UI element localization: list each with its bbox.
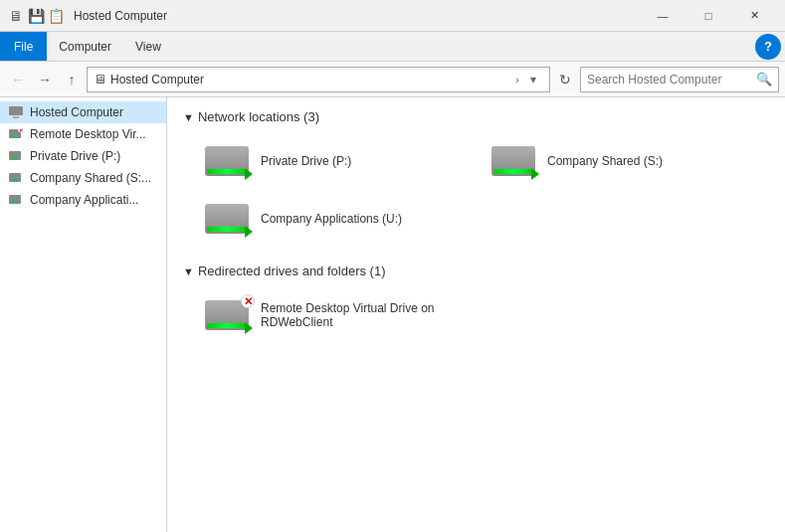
svg-rect-9 [12,179,18,181]
company-shared-icon [8,170,24,186]
network-chevron[interactable]: ▼ [183,111,194,123]
content-area: ▼ Network locations (3) Private Drive (P… [167,97,785,532]
maximize-button[interactable]: □ [686,0,731,32]
svg-rect-11 [12,201,18,203]
title-bar: 🖥 💾 📋 Hosted Computer — □ ✕ [0,0,785,32]
svg-rect-1 [13,116,19,118]
window-controls: — □ ✕ [640,0,777,32]
search-bar[interactable]: 🔍 [580,67,779,92]
menu-bar: File Computer View ? [0,32,785,62]
svg-rect-0 [9,106,23,115]
title-bar-icons: 🖥 💾 📋 [8,8,64,24]
sidebar-item-hosted-computer[interactable]: Hosted Computer [0,101,166,123]
drive-item-company-shared[interactable]: Company Shared (S:) [482,136,760,186]
address-text: Hosted Computer [110,73,511,87]
network-section-title: Network locations (3) [198,109,319,124]
redirected-chevron[interactable]: ▼ [183,266,194,277]
sidebar-item-private-drive[interactable]: Private Drive (P:) [0,145,166,167]
drive-item-company-apps[interactable]: Company Applications (U:) [195,194,474,244]
main-layout: Hosted Computer ✕ Remote Desktop Vir... … [0,97,785,532]
private-drive-icon-lg [203,142,251,180]
up-button[interactable]: ↑ [60,68,84,91]
title-icon: 🖥 [8,8,24,24]
private-drive-label: Private Drive (P:) [261,154,351,168]
svg-rect-3 [12,135,18,137]
address-dropdown-button[interactable]: ▾ [523,73,543,87]
network-drives-grid: Private Drive (P:) Company Shared (S:) C [183,136,769,244]
private-drive-icon [8,148,24,164]
company-apps-icon-lg [203,200,251,238]
hosted-computer-icon [8,104,24,120]
company-shared-label: Company Shared (S:) [547,154,663,168]
window-title: Hosted Computer [70,9,640,23]
company-shared-icon-lg [490,142,537,180]
minimize-button[interactable]: — [640,0,686,32]
address-computer-icon: 🖥 [94,72,106,87]
rdvd-label: Remote Desktop Virtual Drive on RDWebCli… [261,301,435,329]
save-icon[interactable]: 💾 [28,8,44,24]
menu-file[interactable]: File [0,32,47,61]
search-icon: 🔍 [756,72,772,87]
toolbar: ← → ↑ 🖥 Hosted Computer › ▾ ↻ 🔍 [0,62,785,97]
redirected-drives-grid: ✕ Remote Desktop Virtual Drive on RDWebC… [183,290,769,340]
rdvd-icon: ✕ [8,126,24,142]
redirected-section-header: ▼ Redirected drives and folders (1) [183,264,769,278]
svg-rect-7 [12,157,18,159]
sidebar-item-company-shared[interactable]: Company Shared (S:... [0,167,166,189]
company-apps-icon [8,192,24,208]
redirected-section-title: Redirected drives and folders (1) [198,264,386,278]
drive-item-private[interactable]: Private Drive (P:) [195,136,474,186]
address-bar[interactable]: 🖥 Hosted Computer › ▾ [87,67,550,92]
search-input[interactable] [587,73,752,87]
help-button[interactable]: ? [755,34,781,60]
back-button[interactable]: ← [6,68,30,91]
svg-text:✕: ✕ [19,127,23,133]
sidebar: Hosted Computer ✕ Remote Desktop Vir... … [0,97,167,532]
network-section-header: ▼ Network locations (3) [183,109,769,124]
sidebar-item-rdvd[interactable]: ✕ Remote Desktop Vir... [0,123,166,145]
company-apps-label: Company Applications (U:) [261,212,402,226]
drive-item-rdvd[interactable]: ✕ Remote Desktop Virtual Drive on RDWebC… [195,290,474,340]
forward-button[interactable]: → [33,68,57,91]
rdvd-icon-lg: ✕ [203,296,251,334]
rd-x-overlay: ✕ [241,294,255,308]
menu-right: ? [755,34,785,60]
menu-view[interactable]: View [123,32,173,61]
refresh-button[interactable]: ↻ [553,68,577,91]
address-chevron: › [515,74,519,86]
properties-icon[interactable]: 📋 [48,8,64,24]
menu-computer[interactable]: Computer [47,32,123,61]
sidebar-item-company-apps[interactable]: Company Applicati... [0,189,166,211]
close-button[interactable]: ✕ [731,0,777,32]
